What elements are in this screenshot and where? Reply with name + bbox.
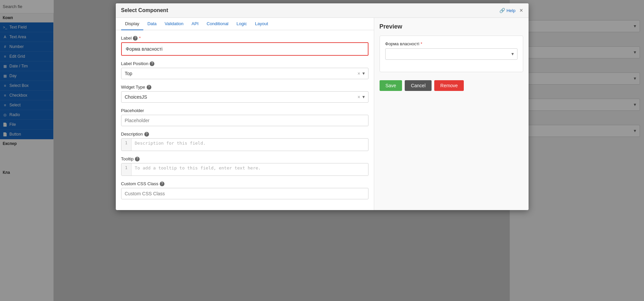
tooltip-group: Tooltip ? 1 To add a tooltip to this fie… [121,156,368,176]
tabs-container: Display Data Validation API Conditional … [116,18,374,30]
tooltip-textarea-wrapper: 1 To add a tooltip to this field, enter … [121,163,368,176]
placeholder-label: Placeholder [121,108,368,113]
remove-button[interactable]: Remove [434,80,464,91]
tooltip-placeholder: To add a tooltip to this field, enter te… [135,165,261,170]
label-input[interactable] [122,44,367,54]
modal-body: Display Data Validation API Conditional … [116,18,529,210]
save-button[interactable]: Save [380,80,402,91]
preview-required-star: * [420,41,422,46]
tooltip-line-numbers: 1 [121,163,132,175]
widget-type-label: Widget Type ? [121,85,368,90]
action-buttons: Save Cancel Remove [380,80,523,91]
tooltip-text: Tooltip [121,156,134,161]
custom-css-group: Custom CSS Class ? [121,181,368,199]
description-textarea[interactable]: Description for this field. [132,139,368,151]
cancel-button[interactable]: Cancel [405,80,432,91]
description-group: Description ? 1 Description for this fie… [121,132,368,151]
label-required-star: * [139,36,141,41]
tooltip-textarea[interactable]: To add a tooltip to this field, enter te… [132,163,368,175]
placeholder-group: Placeholder [121,108,368,126]
placeholder-input[interactable] [121,115,368,126]
label-position-select[interactable]: Top Left Right Bottom [121,68,368,79]
close-button[interactable]: × [519,7,523,13]
tab-display[interactable]: Display [121,18,144,30]
right-panel: Preview Форма власності * ▼ [374,18,529,210]
tab-logic[interactable]: Logic [233,18,251,30]
tab-validation[interactable]: Validation [161,18,188,30]
description-placeholder: Description for this field. [135,141,206,146]
tooltip-help-icon[interactable]: ? [135,157,140,161]
description-label: Description ? [121,132,368,137]
preview-field-label: Форма власності * [385,41,517,46]
label-position-help-icon[interactable]: ? [150,61,154,66]
label-position-label: Label Position ? [121,61,368,66]
label-input-border [121,42,368,56]
description-textarea-wrapper: 1 Description for this field. [121,138,368,151]
modal-header: Select Component 🔗 Help × [116,3,529,18]
modal-title: Select Component [121,7,168,13]
tab-conditional[interactable]: Conditional [203,18,233,30]
preview-title: Preview [380,23,523,30]
help-link[interactable]: 🔗 Help [499,8,515,13]
widget-type-select[interactable]: ChoicesJS HTML5 [121,91,368,103]
widget-type-group: Widget Type ? ChoicesJS HTML5 × ▼ [121,85,368,103]
description-line-numbers: 1 [121,139,132,151]
help-icon-symbol: 🔗 [499,8,505,13]
preview-card: Форма власності * ▼ [380,36,523,72]
custom-css-text: Custom CSS Class [121,181,158,186]
label-field-label: Label ? * [121,36,368,41]
preview-field-label-text: Форма власності [385,41,419,46]
preview-select-wrapper: ▼ [385,48,517,60]
tooltip-textarea-row: 1 To add a tooltip to this field, enter … [121,163,368,175]
description-help-icon[interactable]: ? [144,132,149,137]
widget-type-text: Widget Type [121,85,145,90]
widget-type-help-icon[interactable]: ? [147,85,151,90]
help-label: Help [506,8,515,13]
custom-css-help-icon[interactable]: ? [160,182,164,186]
modal-header-actions: 🔗 Help × [499,7,523,13]
left-panel: Display Data Validation API Conditional … [116,18,374,210]
modal-dialog: Select Component 🔗 Help × Display Data V… [116,3,529,210]
widget-type-clear-btn[interactable]: × [357,94,360,100]
label-field-group: Label ? * [121,36,368,56]
custom-css-input[interactable] [121,188,368,199]
label-help-icon[interactable]: ? [133,36,138,41]
label-position-select-wrapper: Top Left Right Bottom × ▼ [121,68,368,79]
placeholder-text: Placeholder [121,108,144,113]
label-position-clear-btn[interactable]: × [357,71,360,76]
label-text: Label [121,36,132,41]
modal-overlay: Select Component 🔗 Help × Display Data V… [0,0,644,301]
tab-layout[interactable]: Layout [251,18,272,30]
tab-api[interactable]: API [188,18,203,30]
form-section: Label ? * Label Position ? [116,30,374,210]
preview-select[interactable] [385,48,517,60]
label-position-group: Label Position ? Top Left Right Bottom × [121,61,368,79]
description-textarea-row: 1 Description for this field. [121,139,368,151]
label-position-text: Label Position [121,61,149,66]
tooltip-label: Tooltip ? [121,156,368,161]
tab-data[interactable]: Data [143,18,160,30]
custom-css-label: Custom CSS Class ? [121,181,368,186]
description-text: Description [121,132,143,137]
widget-type-select-wrapper: ChoicesJS HTML5 × ▼ [121,91,368,103]
